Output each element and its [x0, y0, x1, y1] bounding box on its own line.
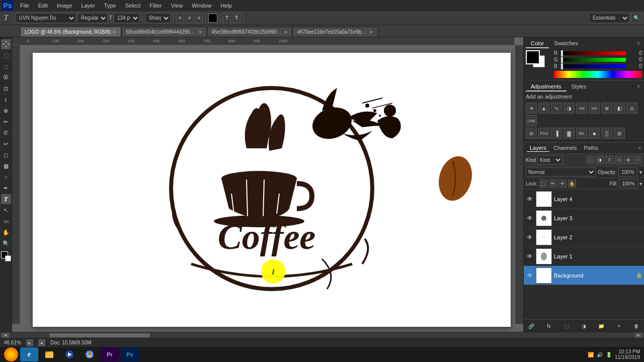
levels-button[interactable]: ▲ — [538, 103, 549, 114]
font-size-select[interactable]: 134 pt — [114, 13, 140, 23]
filter-smart-button[interactable]: ⊕ — [624, 156, 632, 164]
align-right-button[interactable]: ≡ — [195, 13, 203, 23]
zoom-info-button[interactable]: ▸ — [26, 339, 33, 346]
eyedropper-tool[interactable]: 𝒊 — [1, 95, 11, 105]
blackwhite-button[interactable]: ◧ — [614, 103, 625, 114]
font-family-select[interactable]: UVN Nguyen Du — [16, 13, 76, 23]
tab-swatches[interactable]: Swatches — [549, 39, 583, 48]
scrollbar-horizontal[interactable]: ◂ ▸ — [0, 332, 644, 338]
gradient-tool[interactable]: ▦ — [1, 161, 11, 171]
photofilter-button[interactable]: ⊙ — [626, 103, 637, 114]
posterize-button[interactable]: POS — [538, 128, 549, 139]
layer-item-bg[interactable]: 👁 Background 🔒 — [524, 266, 644, 285]
ie-taskbar-icon[interactable]: e — [20, 347, 38, 361]
filter-adj-button[interactable]: ◑ — [596, 156, 604, 164]
pen-tool[interactable]: ✒ — [1, 183, 11, 193]
eraser-tool[interactable]: ◻ — [1, 150, 11, 160]
blend-mode-select[interactable]: Normal — [526, 167, 596, 176]
pattern-fill-button[interactable]: ⊞ — [614, 128, 625, 139]
history-brush-tool[interactable]: ↩ — [1, 139, 11, 149]
scrollbar-vertical[interactable] — [515, 45, 523, 324]
adjustments-panel-menu[interactable]: ≡ — [635, 82, 642, 92]
character-palette-button[interactable]: ¶ — [232, 13, 240, 23]
g-thumb[interactable] — [561, 57, 563, 63]
r-thumb[interactable] — [561, 50, 563, 56]
scroll-track[interactable] — [9, 333, 635, 337]
filter-pixel-button[interactable]: ⬚ — [586, 156, 594, 164]
layer-bg-visibility[interactable]: 👁 — [526, 272, 534, 280]
exposure-button[interactable]: ◑ — [564, 103, 575, 114]
align-center-button[interactable]: ≡ — [186, 13, 194, 23]
move-tool[interactable] — [1, 39, 11, 49]
hsl-button[interactable]: HS — [589, 103, 600, 114]
tab-3-close[interactable]: ✕ — [284, 30, 288, 35]
lock-transparent-button[interactable]: ⬚ — [539, 179, 547, 188]
wmp-taskbar-icon[interactable] — [60, 347, 78, 361]
quick-select-tool[interactable]: ⦿ — [1, 72, 11, 82]
layers-tab-paths[interactable]: Paths — [581, 144, 601, 152]
align-left-button[interactable]: ≡ — [176, 13, 184, 23]
brightness-contrast-button[interactable]: ☀ — [526, 103, 537, 114]
spectrum-bar[interactable] — [554, 71, 642, 78]
spot-healing-tool[interactable]: ⊕ — [1, 106, 11, 116]
text-color-swatch[interactable] — [208, 14, 217, 23]
scroll-left-button[interactable]: ◂ — [2, 333, 9, 338]
color-panel-menu[interactable]: ≡ — [635, 39, 642, 48]
layer-2-visibility[interactable]: 👁 — [526, 233, 534, 241]
lasso-tool[interactable]: ◌ — [1, 61, 11, 71]
b-thumb[interactable] — [561, 63, 563, 69]
tab-styles[interactable]: Styles — [567, 82, 592, 92]
rectangle-shape-tool[interactable]: ▭ — [1, 216, 11, 226]
filter-type-select[interactable]: Kind — [537, 155, 562, 164]
zoom-back-button[interactable]: ◂ — [38, 339, 45, 346]
menu-edit[interactable]: Edit — [34, 2, 52, 10]
adjustment-layer-button[interactable]: ◑ — [579, 321, 588, 330]
menu-image[interactable]: Image — [53, 2, 76, 10]
invert-button[interactable]: ⊖ — [526, 128, 537, 139]
link-layers-button[interactable]: 🔗 — [527, 321, 536, 330]
tab-logo-close[interactable]: ✕ — [113, 30, 117, 35]
layer-item-4[interactable]: 👁 Layer 4 — [524, 190, 644, 209]
fg-bg-swatches[interactable] — [526, 50, 551, 70]
curves-button[interactable]: ∿ — [551, 103, 562, 114]
tab-2[interactable]: 60ca98b604b1e889644d2904178a6d96.jpg ✕ — [121, 27, 207, 37]
start-button[interactable] — [4, 347, 18, 361]
fg-bg-colors[interactable] — [1, 251, 11, 261]
lock-all-button[interactable]: 🔒 — [568, 179, 576, 188]
gradient-fill-button[interactable]: ▒ — [601, 128, 612, 139]
menu-window[interactable]: Window — [188, 2, 215, 10]
brush-tool[interactable]: ✏ — [1, 117, 11, 127]
lock-pixels-button[interactable]: ✏ — [549, 179, 557, 188]
filter-shape-button[interactable]: ◇ — [615, 156, 623, 164]
filter-toggle[interactable]: ○ — [634, 156, 642, 164]
gradient-map-button[interactable]: ▓ — [564, 128, 575, 139]
menu-file[interactable]: File — [16, 2, 33, 10]
path-select-tool[interactable]: ↖ — [1, 205, 11, 215]
foreground-swatch[interactable] — [526, 50, 540, 64]
filter-type-button[interactable]: T — [605, 156, 613, 164]
background-color[interactable] — [5, 255, 11, 261]
premiere-taskbar-icon[interactable]: Pr — [101, 347, 119, 361]
lock-position-button[interactable]: ✛ — [558, 179, 567, 188]
tab-logo[interactable]: LOGO @ 46.6% (Background, RGB/8) ✕ — [20, 27, 121, 37]
zoom-tool[interactable]: 🔍 — [1, 238, 11, 248]
layer-1-visibility[interactable]: 👁 — [526, 252, 534, 260]
scroll-right-button[interactable]: ▸ — [635, 333, 642, 338]
canvas[interactable]: Coffee — [33, 53, 511, 327]
colorbalance-button[interactable]: ⊕ — [601, 103, 612, 114]
rectangle-select-tool[interactable]: ⬚ — [1, 50, 11, 60]
tab-3[interactable]: 45e18bcdf6f667403fc25b9904f10c44.jpg ...… — [207, 27, 292, 37]
workspace-select[interactable]: Essentials — [589, 13, 629, 23]
layer-mask-button[interactable]: ⬚ — [562, 321, 571, 330]
chrome-taskbar-icon[interactable] — [80, 347, 99, 361]
layer-item-1[interactable]: 👁 Layer 1 — [524, 247, 644, 266]
menu-view[interactable]: View — [167, 2, 187, 10]
explorer-taskbar-icon[interactable] — [40, 347, 58, 361]
group-layers-button[interactable]: 📁 — [597, 321, 606, 330]
layers-tab-channels[interactable]: Channels — [550, 144, 580, 152]
channelmixer-button[interactable]: CHN — [526, 115, 537, 126]
layers-tab-layers[interactable]: Layers — [527, 144, 549, 152]
solidcolor-button[interactable]: ■ — [589, 128, 600, 139]
layer-item-2[interactable]: 👁 ~~ Layer 2 — [524, 228, 644, 247]
layers-panel-menu[interactable]: ≡ — [638, 145, 641, 151]
